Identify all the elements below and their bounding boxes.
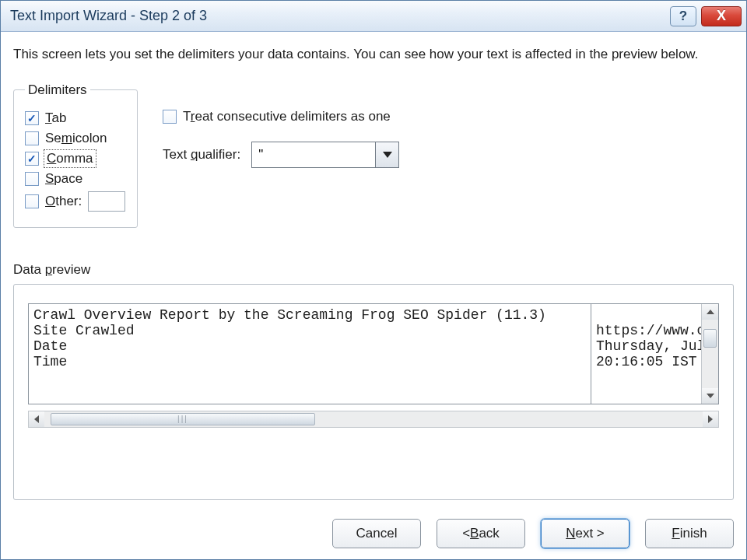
vertical-scrollbar[interactable] — [701, 304, 718, 404]
delimiter-label: Semicolon — [45, 131, 107, 146]
window-title: Text Import Wizard - Step 2 of 3 — [10, 8, 665, 24]
scroll-thumb[interactable] — [51, 413, 315, 425]
help-button[interactable]: ? — [670, 6, 696, 26]
data-preview-label: Data preview — [13, 262, 734, 278]
titlebar: Text Import Wizard - Step 2 of 3 ? X — [1, 1, 746, 32]
text-qualifier-combo[interactable] — [251, 142, 399, 168]
text-qualifier-label: Text qualifier: — [163, 147, 240, 163]
delimiter-label: Other: — [45, 194, 82, 209]
wizard-button-row: Cancel < Back Next > Finish — [1, 509, 746, 559]
text-import-wizard-window: Text Import Wizard - Step 2 of 3 ? X Thi… — [0, 0, 747, 560]
delimiter-space[interactable]: Space — [25, 171, 126, 187]
delimiter-other[interactable]: Other: — [25, 191, 126, 212]
text-qualifier-row: Text qualifier: — [163, 142, 399, 168]
data-preview-section: Data preview Crawl Overview Report by th… — [13, 262, 734, 500]
treat-consecutive-checkbox[interactable]: Treat consecutive delimiters as one — [163, 109, 399, 124]
data-preview-table: Crawl Overview Report by the Screaming F… — [28, 303, 719, 404]
scroll-up-icon[interactable] — [702, 304, 718, 320]
next-button[interactable]: Next > — [541, 519, 630, 548]
delimiter-label: Space — [45, 171, 82, 187]
help-icon: ? — [679, 9, 687, 24]
scroll-thumb[interactable] — [703, 329, 717, 348]
treat-consecutive-label: Treat consecutive delimiters as one — [183, 109, 391, 124]
checkbox-icon — [25, 111, 39, 125]
checkbox-icon — [163, 110, 177, 124]
scroll-right-icon[interactable] — [703, 411, 718, 427]
horizontal-scrollbar[interactable] — [28, 411, 719, 428]
instruction-text: This screen lets you set the delimiters … — [13, 46, 734, 64]
data-preview-box: Crawl Overview Report by the Screaming F… — [13, 284, 734, 500]
checkbox-icon — [25, 172, 39, 186]
scroll-left-icon[interactable] — [29, 411, 44, 427]
checkbox-icon — [25, 131, 39, 145]
delimiter-label: Tab — [45, 110, 66, 126]
close-icon: X — [717, 8, 726, 24]
finish-button[interactable]: Finish — [645, 519, 734, 548]
delimiter-comma[interactable]: Comma — [25, 151, 126, 166]
options-row: Delimiters Tab Semicolon Comma Space — [13, 82, 734, 228]
delimiter-label: Comma — [45, 151, 95, 166]
client-area: This screen lets you set the delimiters … — [1, 32, 746, 509]
delimiter-other-input[interactable] — [88, 191, 125, 212]
checkbox-icon — [25, 152, 39, 166]
scroll-track[interactable] — [44, 411, 703, 427]
delimiters-legend: Delimiters — [25, 82, 90, 98]
close-button[interactable]: X — [701, 6, 742, 26]
back-button[interactable]: < Back — [437, 519, 525, 548]
scroll-down-icon[interactable] — [702, 388, 718, 404]
cancel-button[interactable]: Cancel — [332, 519, 421, 548]
preview-column-1: Crawl Overview Report by the Screaming F… — [29, 304, 591, 404]
delimiters-group: Delimiters Tab Semicolon Comma Space — [13, 82, 138, 228]
extra-options: Treat consecutive delimiters as one Text… — [163, 82, 399, 168]
text-qualifier-input[interactable] — [251, 142, 376, 168]
checkbox-icon — [25, 194, 39, 208]
delimiter-tab[interactable]: Tab — [25, 110, 126, 126]
chevron-down-icon[interactable] — [376, 142, 399, 168]
preview-column-2: https://www.c Thursday, Jul 20:16:05 IST — [591, 304, 701, 404]
delimiter-semicolon[interactable]: Semicolon — [25, 131, 126, 146]
